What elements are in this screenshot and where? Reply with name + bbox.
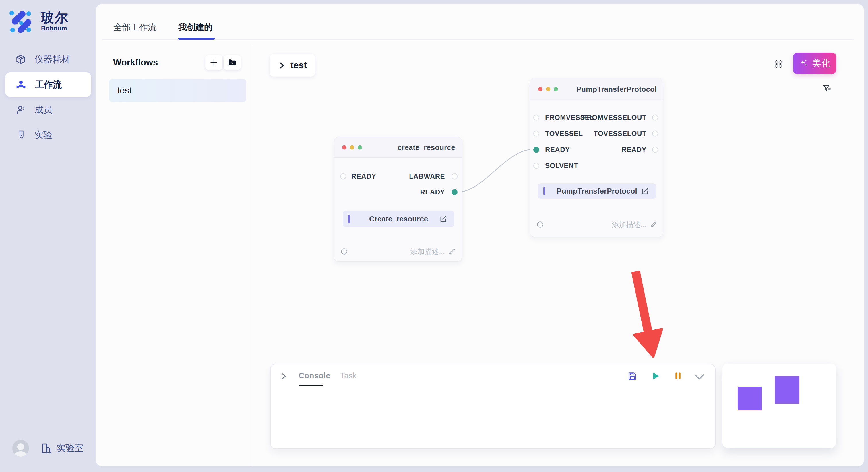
sidebar-item-instruments[interactable]: 仪器耗材 [5,47,91,72]
description-placeholder[interactable]: 添加描述... [612,220,646,229]
brand-subtitle: Bohrium [41,25,67,32]
workflow-list-item-test[interactable]: test [109,79,246,102]
beautify-label: 美化 [812,57,830,70]
port-label: READY [545,146,570,154]
plus-icon [209,58,218,67]
sidebar-item-label: 仪器耗材 [34,53,70,65]
workflows-title: Workflows [113,57,158,68]
workflow-group-icon [16,79,26,90]
action-accent-bar [348,215,350,223]
minimap-node-create-resource [738,387,762,410]
sidebar-item-label: 工作流 [35,78,62,91]
sidebar-item-label: 成员 [34,104,52,116]
port-label: READY [420,188,445,196]
sidebar-item-members[interactable]: 成员 [5,98,91,122]
sidebar-item-workflow[interactable]: 工作流 [5,72,91,97]
pencil-icon[interactable] [650,221,657,228]
console-tab[interactable]: Console [299,371,330,380]
edit-icon[interactable] [439,215,447,223]
action-accent-bar [544,187,545,195]
sidebar: 玻尔 Bohrium 仪器耗材 工作流 成员 [0,0,96,472]
port-out-ready[interactable] [452,189,458,195]
port-in-solvent[interactable] [533,163,539,169]
brand-title: 玻尔 [41,9,69,27]
bohrium-logo-icon [9,9,33,34]
sparkles-icon [799,59,809,68]
port-label: READY [621,146,646,154]
tabs-divider [102,39,854,40]
node-action-button[interactable]: PumpTransferProtocol [538,183,656,199]
app-root: 玻尔 Bohrium 仪器耗材 工作流 成员 [0,0,868,472]
description-placeholder[interactable]: 添加描述... [410,247,445,256]
traffic-dots-icon [342,145,362,150]
command-icon [774,60,783,68]
active-tab-indicator [178,38,215,40]
node-create-resource[interactable]: create_resource READY LABWARE READY Crea… [334,137,462,262]
port-in-tovessel[interactable] [533,131,539,137]
chevron-right-icon [278,61,285,70]
beautify-button[interactable]: 美化 [793,53,836,74]
info-icon[interactable] [536,221,544,228]
minimap-node-pump-transfer [775,376,799,404]
console-panel: Console Task [270,364,716,449]
sidebar-item-label: 实验 [34,129,52,141]
workflow-item-label: test [117,85,132,96]
folder-download-icon [228,58,237,67]
node-footer: 添加描述... [530,219,663,230]
filter-button[interactable] [823,84,832,93]
sidebar-item-experiments[interactable]: 实验 [5,123,91,147]
test-tube-icon [16,130,26,140]
info-icon[interactable] [340,248,348,255]
port-label: TOVESSEL [545,130,583,138]
main-panel: 全部工作流 我创建的 Workflows test test [96,4,864,466]
expand-panel-icon[interactable] [280,372,287,381]
port-label: TOVESSELOUT [594,130,646,138]
edge-create-resource-to-pump [458,149,532,192]
node-header: create_resource [334,137,462,158]
import-workflow-button[interactable] [224,55,241,70]
node-footer: 添加描述... [334,246,462,257]
node-pump-transfer-protocol[interactable]: PumpTransferProtocol FROMVESSEL FROMVESS… [530,78,663,237]
members-icon [16,105,26,115]
box-icon [16,54,26,65]
building-icon [40,442,53,454]
lab-label: 实验室 [57,442,83,454]
node-action-button[interactable]: Create_resource [343,211,454,227]
edit-icon[interactable] [641,187,649,195]
filter-funnel-icon [823,84,832,93]
port-out-labware[interactable] [452,173,458,179]
sidebar-footer: 实验室 [12,439,96,457]
action-label: Create_resource [369,214,428,224]
command-palette-button[interactable] [774,60,783,68]
brand-logo: 玻尔 Bohrium [9,9,89,35]
add-workflow-button[interactable] [205,55,222,70]
minimap[interactable] [722,364,836,448]
lab-switcher[interactable]: 实验室 [40,442,83,454]
save-icon[interactable] [627,371,637,381]
console-active-tab-indicator [299,384,323,386]
node-header: PumpTransferProtocol [530,78,663,100]
port-label: SOLVENT [545,162,578,170]
canvas-breadcrumb[interactable]: test [270,54,315,76]
user-avatar[interactable] [12,440,29,457]
task-tab[interactable]: Task [340,371,357,380]
tab-my-created[interactable]: 我创建的 [178,22,213,33]
port-label: LABWARE [409,172,445,180]
pencil-icon[interactable] [448,248,456,255]
port-out-tovesselout[interactable] [652,131,658,137]
workflows-panel-divider [251,45,251,466]
pause-icon[interactable] [674,371,682,380]
node-title: PumpTransferProtocol [577,85,657,94]
port-in-ready[interactable] [340,173,346,179]
port-out-ready[interactable] [652,147,658,153]
port-in-ready[interactable] [533,147,539,153]
run-icon[interactable] [651,371,660,380]
tab-all-workflows[interactable]: 全部工作流 [113,22,156,33]
port-out-fromvesselout[interactable] [652,115,658,121]
traffic-dots-icon [538,87,558,91]
chevron-down-icon[interactable] [694,374,705,380]
port-in-fromvessel[interactable] [533,115,539,121]
node-title: create_resource [398,143,455,152]
port-label: FROMVESSELOUT [582,113,646,122]
annotation-arrow [632,272,662,357]
